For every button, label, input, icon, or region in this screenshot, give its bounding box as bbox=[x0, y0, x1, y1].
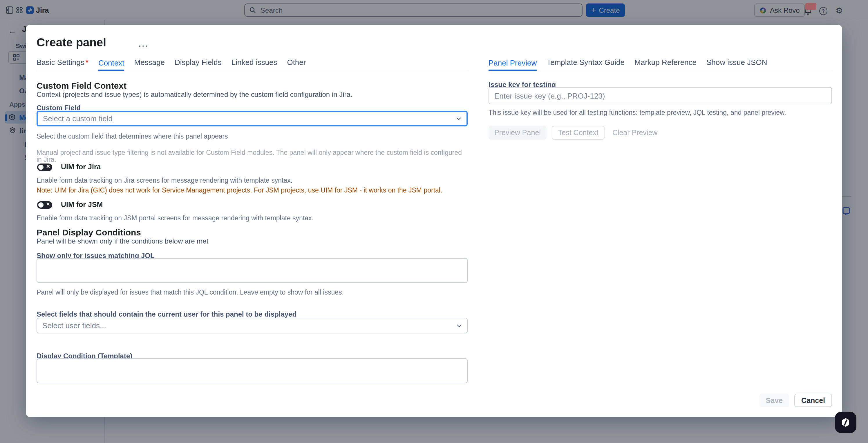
tab-basic-settings[interactable]: Basic Settings* bbox=[36, 58, 89, 71]
tab-context[interactable]: Context bbox=[98, 58, 124, 71]
conditions-subtitle: Panel will be shown only if the conditio… bbox=[36, 237, 468, 245]
uim-jira-toggle-row: ✕ UIM for Jira bbox=[37, 163, 101, 171]
jql-textarea-wrap bbox=[36, 258, 468, 283]
clear-preview-button[interactable]: Clear Preview bbox=[610, 126, 660, 140]
tab-linked-issues[interactable]: Linked issues bbox=[231, 58, 277, 71]
jql-textarea[interactable] bbox=[36, 258, 468, 283]
uim-jira-label: UIM for Jira bbox=[61, 163, 101, 171]
tab-markup-reference[interactable]: Markup Reference bbox=[634, 58, 696, 71]
manual-filtering-note: Manual project and issue type filtering … bbox=[36, 149, 468, 163]
test-context-button[interactable]: Test Context bbox=[552, 126, 605, 140]
create-panel-dialog: Create panel ··· Basic Settings* Context… bbox=[26, 25, 842, 417]
tab-template-syntax-guide[interactable]: Template Syntax Guide bbox=[547, 58, 625, 71]
issue-key-help: This issue key will be used for all test… bbox=[489, 109, 832, 116]
more-options-icon[interactable]: ··· bbox=[139, 42, 149, 50]
user-fields-label: Select fields that should contain the cu… bbox=[36, 310, 468, 318]
tab-other[interactable]: Other bbox=[287, 58, 306, 71]
uim-jsm-toggle-row: ✕ UIM for JSM bbox=[37, 201, 103, 209]
custom-field-select-value: Select a custom field bbox=[43, 114, 113, 123]
section-title-panel-display-conditions: Panel Display Conditions bbox=[36, 227, 141, 237]
issue-key-input[interactable] bbox=[489, 87, 832, 104]
dialog-footer: Save Cancel bbox=[760, 394, 832, 407]
uim-jira-toggle[interactable]: ✕ bbox=[37, 163, 52, 171]
tab-show-issue-json[interactable]: Show issue JSON bbox=[706, 58, 767, 71]
section-title-custom-field-context: Custom Field Context bbox=[36, 80, 126, 91]
cancel-button[interactable]: Cancel bbox=[794, 394, 832, 407]
toggle-off-x-icon: ✕ bbox=[46, 201, 50, 207]
issue-key-input-wrap bbox=[489, 87, 832, 104]
chevron-down-icon bbox=[457, 324, 462, 327]
uim-jsm-label: UIM for JSM bbox=[61, 201, 103, 209]
display-condition-textarea[interactable] bbox=[36, 359, 468, 383]
uim-jsm-toggle[interactable]: ✕ bbox=[37, 201, 52, 208]
uim-jsm-help: Enable form data tracking on JSM portal … bbox=[36, 214, 468, 222]
section-subtitle: Context (projects and issue types) is au… bbox=[36, 91, 468, 99]
toggle-off-x-icon: ✕ bbox=[46, 164, 50, 169]
jql-help: Panel will only be displayed for issues … bbox=[36, 289, 468, 296]
preview-tabs: Panel Preview Template Syntax Guide Mark… bbox=[489, 57, 832, 71]
uim-jira-help: Enable form data tracking on Jira screen… bbox=[36, 177, 468, 184]
custom-field-select[interactable]: Select a custom field bbox=[36, 111, 468, 127]
tab-message[interactable]: Message bbox=[134, 58, 165, 71]
user-fields-select[interactable]: Select user fields... bbox=[36, 318, 468, 333]
preview-panel-button[interactable]: Preview Panel bbox=[489, 126, 547, 140]
rovo-fab-icon bbox=[840, 417, 851, 428]
tab-panel-preview[interactable]: Panel Preview bbox=[489, 58, 537, 71]
dialog-title: Create panel bbox=[36, 36, 106, 49]
save-button[interactable]: Save bbox=[760, 394, 789, 407]
notification-count-badge bbox=[805, 3, 816, 10]
display-condition-textarea-wrap bbox=[36, 359, 468, 383]
rovo-chat-launcher[interactable] bbox=[835, 412, 857, 433]
chevron-down-icon bbox=[456, 117, 461, 120]
required-marker: * bbox=[86, 58, 89, 67]
uim-jira-warning-note: Note: UIM for Jira (GIC) does not work f… bbox=[36, 187, 468, 194]
custom-field-help: Select the custom field that determines … bbox=[36, 133, 468, 140]
tab-display-fields[interactable]: Display Fields bbox=[175, 58, 222, 71]
screen: Jira + Create Ask Rovo ? ⚙ ← Ji Switch s bbox=[0, 0, 868, 443]
preview-actions: Preview Panel Test Context Clear Preview bbox=[489, 126, 660, 140]
user-fields-select-value: Select user fields... bbox=[42, 321, 106, 330]
dialog-tabs: Basic Settings* Context Message Display … bbox=[36, 57, 468, 71]
